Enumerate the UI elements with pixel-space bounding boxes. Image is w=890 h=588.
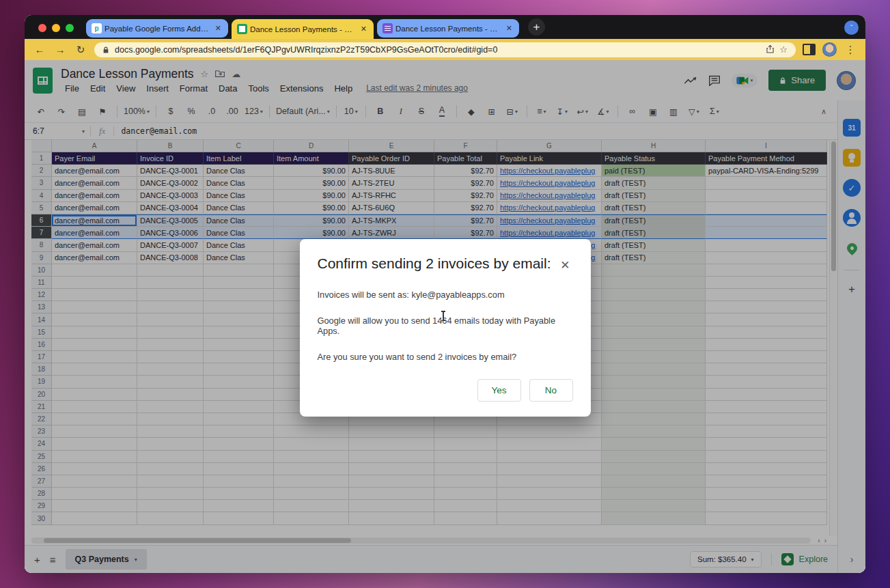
sidebar-icon[interactable] [803,44,816,55]
new-tab-button[interactable]: + [528,18,545,36]
tab-payable-addon[interactable]: p Payable Google Forms Add-On ✕ [86,19,228,38]
dialog-title: Confirm sending 2 invoices by email: [318,255,558,272]
browser-tab-strip: p Payable Google Forms Add-On ✕ Dance Le… [25,15,865,39]
zoom-window-button[interactable] [66,24,74,32]
tab-close-icon[interactable]: ✕ [214,24,223,33]
dialog-sender-line: Invoices will be sent as: kyle@payableap… [318,290,573,300]
lock-icon [102,46,109,54]
confirm-dialog: Confirm sending 2 invoices by email: ✕ I… [300,239,591,417]
reload-icon[interactable]: ↻ [74,44,87,56]
browser-window: p Payable Google Forms Add-On ✕ Dance Le… [25,15,865,573]
window-controls [38,24,74,32]
text-cursor [443,311,444,320]
browser-profile-avatar[interactable] [822,42,837,57]
tab-close-icon[interactable]: ✕ [359,25,368,33]
tab-checkout[interactable]: Dance Lesson Payments - Che ✕ [377,19,519,38]
page-content: Dance Lesson Payments ☆ ☁ Last edit was … [25,60,865,573]
forward-icon[interactable]: → [53,44,67,55]
checkout-favicon [383,23,393,33]
share-page-icon[interactable] [766,44,774,55]
url-text: docs.google.com/spreadsheets/d/1erF6QJPg… [115,45,761,55]
chevron-down-badge[interactable]: ˇ [844,20,859,35]
dialog-confirm-line: Are you sure you want to send 2 invoices… [318,352,573,362]
browser-menu-icon[interactable]: ⋮ [844,44,857,56]
minimize-window-button[interactable] [52,24,60,32]
no-button[interactable]: No [529,379,573,402]
dialog-close-icon[interactable]: ✕ [557,257,572,274]
browser-toolbar: ← → ↻ docs.google.com/spreadsheets/d/1er… [25,39,865,60]
tab-title: Dance Lesson Payments - Goo [250,25,357,33]
back-icon[interactable]: ← [33,44,46,55]
address-bar[interactable]: docs.google.com/spreadsheets/d/1erF6QJPg… [94,42,796,57]
tab-sheets-active[interactable]: Dance Lesson Payments - Goo ✕ [232,19,374,39]
close-window-button[interactable] [38,24,46,32]
tab-title: Dance Lesson Payments - Che [395,25,502,33]
bookmark-star-icon[interactable]: ☆ [779,44,788,55]
sheets-favicon [237,24,247,34]
tab-close-icon[interactable]: ✕ [505,24,514,33]
yes-button[interactable]: Yes [477,379,521,402]
desktop: p Payable Google Forms Add-On ✕ Dance Le… [0,0,890,588]
dialog-quota-line: Google will allow you to send 1464 email… [318,316,573,336]
payable-favicon: p [92,23,102,33]
tab-title: Payable Google Forms Add-On [105,25,211,33]
